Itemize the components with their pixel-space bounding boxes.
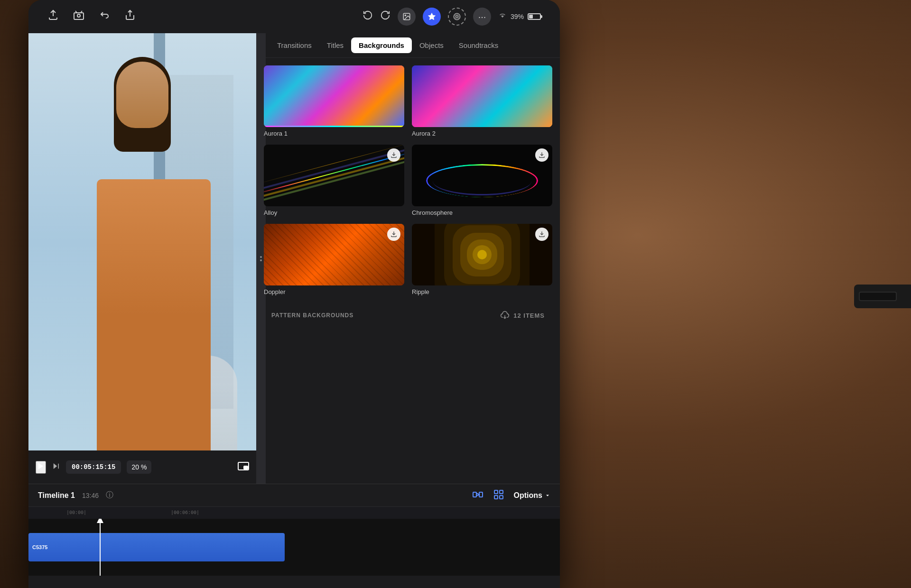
- timecode-display: 00:05:15:15: [66, 460, 121, 474]
- timeline-icon1[interactable]: [472, 489, 483, 502]
- svg-marker-10: [54, 463, 57, 469]
- effect-doppler[interactable]: Doppler: [264, 224, 404, 295]
- tab-backgrounds[interactable]: Backgrounds: [351, 37, 412, 53]
- effects-grid: Aurora 1 Aurora 2: [256, 58, 560, 484]
- alloy-label: Alloy: [264, 209, 404, 216]
- aurora2-label: Aurora 2: [412, 130, 552, 137]
- ruler-mark-1: |00:00|: [66, 510, 86, 515]
- svg-rect-18: [494, 496, 498, 499]
- svg-marker-9: [38, 463, 44, 469]
- person-body: [97, 179, 211, 450]
- tab-transitions[interactable]: Transitions: [270, 37, 319, 53]
- starred-button[interactable]: [423, 8, 441, 26]
- video-clip[interactable]: C5375: [28, 533, 285, 561]
- share-button[interactable]: [124, 9, 136, 24]
- svg-rect-17: [500, 490, 503, 494]
- effect-chromosphere[interactable]: Chromosphere: [412, 145, 552, 216]
- svg-point-1: [77, 14, 80, 17]
- status-bar: ··· 39%: [28, 0, 560, 33]
- doppler-ripple-row: Doppler: [264, 224, 552, 295]
- aurora1-thumbnail: [264, 65, 404, 127]
- transport-controls: 00:05:15:15 20 %: [28, 450, 256, 484]
- effects-panel: Transitions Titles Backgrounds Objects S…: [256, 33, 560, 484]
- svg-marker-5: [428, 13, 435, 20]
- ripple-label: Ripple: [412, 288, 552, 295]
- person-head: [116, 62, 168, 128]
- ripple-download-badge[interactable]: [535, 228, 548, 241]
- video-preview: [28, 33, 256, 450]
- chromosphere-download-badge[interactable]: [535, 148, 548, 162]
- effect-alloy[interactable]: Alloy: [264, 145, 404, 216]
- svg-point-7: [456, 16, 458, 18]
- play-button[interactable]: [36, 461, 46, 474]
- alloy-chromosphere-row: Alloy: [264, 145, 552, 216]
- pattern-backgrounds-label: PATTERN BACKGROUNDS: [271, 312, 353, 319]
- timeline-ruler: |00:00| |00:06:00|: [28, 507, 560, 519]
- timeline-header: Timeline 1 13:46 ⓘ: [28, 484, 560, 507]
- options-button[interactable]: Options: [514, 491, 550, 500]
- zoom-unit: %: [141, 463, 147, 471]
- skip-forward-button[interactable]: [52, 462, 60, 473]
- undo-redo-button[interactable]: [363, 10, 373, 23]
- tab-objects[interactable]: Objects: [412, 37, 451, 53]
- tab-soundtracks[interactable]: Soundtracks: [451, 37, 506, 53]
- ipad-device: ··· 39%: [28, 0, 560, 588]
- clip-label: C5375: [32, 544, 47, 550]
- svg-rect-16: [494, 490, 498, 494]
- tab-titles[interactable]: Titles: [319, 37, 351, 53]
- pip-button[interactable]: [238, 462, 249, 473]
- svg-point-8: [455, 15, 459, 19]
- effects-tabs: Transitions Titles Backgrounds Objects S…: [256, 33, 560, 58]
- doppler-label: Doppler: [264, 288, 404, 295]
- timeline-playhead[interactable]: [100, 519, 101, 576]
- doppler-thumbnail: [264, 224, 404, 285]
- timeline-title: Timeline 1: [38, 491, 75, 500]
- doppler-download-badge[interactable]: [387, 228, 400, 241]
- aurora2-thumbnail: [412, 65, 552, 127]
- effects-button[interactable]: [448, 8, 466, 26]
- usb-cable: [854, 285, 911, 308]
- chromosphere-label: Chromosphere: [412, 209, 552, 216]
- battery-percentage: 39%: [511, 13, 524, 20]
- timeline-duration: 13:46: [82, 492, 99, 499]
- svg-rect-19: [500, 496, 503, 499]
- aurora-row: Aurora 1 Aurora 2: [264, 65, 552, 137]
- pattern-backgrounds-header: PATTERN BACKGROUNDS 12 Items: [264, 303, 552, 324]
- timeline-info-button[interactable]: ⓘ: [106, 490, 113, 500]
- timeline-actions: Options: [472, 489, 550, 502]
- battery-icon: [528, 13, 541, 20]
- toolbar-right: ··· 39%: [363, 8, 541, 26]
- effect-aurora1[interactable]: Aurora 1: [264, 65, 404, 137]
- svg-point-4: [405, 15, 406, 16]
- status-indicators: 39%: [498, 12, 541, 21]
- toolbar-icons: [47, 9, 136, 24]
- undo-button[interactable]: [99, 9, 110, 24]
- ruler-mark-2: |00:06:00|: [171, 510, 199, 515]
- redo-button[interactable]: [380, 10, 390, 23]
- playhead-marker: [97, 519, 103, 523]
- alloy-download-badge[interactable]: [387, 148, 400, 162]
- aurora1-label: Aurora 1: [264, 130, 404, 137]
- camera-button[interactable]: [73, 9, 84, 24]
- alloy-thumbnail: [264, 145, 404, 206]
- video-frame: [28, 33, 256, 450]
- zoom-control[interactable]: 20 %: [127, 460, 151, 474]
- more-button[interactable]: ···: [473, 8, 491, 26]
- ripple-thumbnail: [412, 224, 552, 285]
- effect-ripple[interactable]: Ripple: [412, 224, 552, 295]
- timeline-section: Timeline 1 13:46 ⓘ: [28, 484, 560, 588]
- pattern-item-count: 12 Items: [513, 312, 545, 319]
- chromosphere-thumbnail: [412, 145, 552, 206]
- pattern-download-info[interactable]: 12 Items: [500, 311, 545, 320]
- zoom-value: 20: [131, 463, 139, 471]
- timeline-icon2[interactable]: [493, 489, 504, 502]
- effect-aurora2[interactable]: Aurora 2: [412, 65, 552, 137]
- svg-rect-14: [473, 492, 476, 497]
- media-library-button[interactable]: [398, 8, 416, 26]
- wifi-icon: [498, 12, 507, 21]
- svg-rect-13: [244, 466, 248, 469]
- ipad-screen: 00:05:15:15 20 %: [28, 33, 560, 588]
- export-button[interactable]: [47, 9, 59, 24]
- timeline-tracks[interactable]: C5375: [28, 519, 560, 576]
